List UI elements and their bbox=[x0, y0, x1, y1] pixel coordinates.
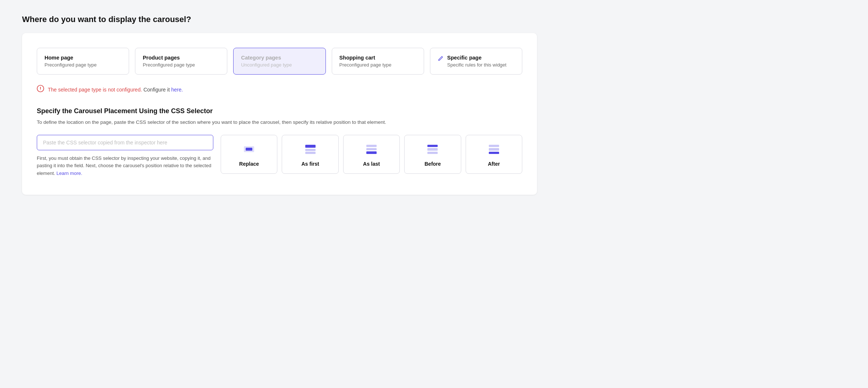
svg-point-1 bbox=[40, 90, 41, 90]
position-option-after[interactable]: After bbox=[466, 135, 522, 174]
as-last-icon bbox=[364, 143, 379, 156]
card: Home page Preconfigured page type Produc… bbox=[22, 33, 537, 195]
svg-rect-8 bbox=[366, 148, 377, 150]
svg-rect-12 bbox=[427, 152, 438, 154]
section-title: Specify the Carousel Placement Using the… bbox=[37, 107, 522, 115]
position-options: Replace As first bbox=[221, 135, 522, 174]
helper-text: First, you must obtain the CSS selector … bbox=[37, 155, 213, 177]
svg-rect-5 bbox=[305, 149, 316, 151]
page-type-name-product: Product pages bbox=[143, 55, 220, 61]
position-label-as-last: As last bbox=[363, 161, 380, 167]
css-selector-input[interactable] bbox=[37, 135, 213, 150]
page-type-grid: Home page Preconfigured page type Produc… bbox=[37, 48, 522, 75]
page-type-home[interactable]: Home page Preconfigured page type bbox=[37, 48, 129, 75]
learn-more-link[interactable]: Learn more. bbox=[56, 170, 82, 176]
replace-icon bbox=[242, 143, 256, 156]
svg-rect-11 bbox=[427, 148, 438, 151]
page-type-desc-specific: Specific rules for this widget bbox=[447, 62, 506, 68]
svg-rect-14 bbox=[489, 148, 499, 151]
after-icon bbox=[487, 143, 501, 156]
page-type-name-cart: Shopping cart bbox=[339, 55, 416, 61]
page-type-specific[interactable]: Specific page Specific rules for this wi… bbox=[430, 48, 522, 75]
svg-rect-10 bbox=[427, 145, 438, 147]
svg-rect-6 bbox=[305, 152, 316, 154]
page-type-name-home: Home page bbox=[45, 55, 121, 61]
pencil-icon bbox=[438, 55, 444, 63]
selector-left: First, you must obtain the CSS selector … bbox=[37, 135, 213, 177]
svg-rect-15 bbox=[489, 152, 499, 154]
position-label-replace: Replace bbox=[239, 161, 259, 167]
svg-rect-13 bbox=[489, 145, 499, 147]
page-type-desc-cart: Preconfigured page type bbox=[339, 62, 416, 68]
error-link[interactable]: here. bbox=[171, 87, 183, 93]
error-message: The selected page type is not configured… bbox=[37, 85, 522, 94]
page-type-name-specific: Specific page bbox=[447, 55, 506, 61]
page-type-desc-home: Preconfigured page type bbox=[45, 62, 121, 68]
error-suffix: Configure it bbox=[143, 87, 171, 93]
page-type-desc-product: Preconfigured page type bbox=[143, 62, 220, 68]
svg-rect-9 bbox=[366, 151, 377, 154]
page-type-desc-category: Unconfigured page type bbox=[241, 62, 318, 68]
position-label-before: Before bbox=[424, 161, 441, 167]
main-container: Where do you want to display the carouse… bbox=[22, 15, 537, 195]
section-desc: To define the location on the page, past… bbox=[37, 119, 522, 126]
position-option-replace[interactable]: Replace bbox=[221, 135, 277, 174]
page-type-product[interactable]: Product pages Preconfigured page type bbox=[135, 48, 227, 75]
svg-rect-4 bbox=[305, 145, 316, 148]
page-type-category[interactable]: Category pages Unconfigured page type bbox=[233, 48, 326, 75]
position-option-as-first[interactable]: As first bbox=[282, 135, 338, 174]
as-first-icon bbox=[303, 143, 318, 156]
page-type-cart[interactable]: Shopping cart Preconfigured page type bbox=[332, 48, 424, 75]
error-text: The selected page type is not configured… bbox=[48, 87, 142, 93]
position-label-after: After bbox=[488, 161, 500, 167]
selector-row: First, you must obtain the CSS selector … bbox=[37, 135, 522, 177]
svg-rect-7 bbox=[366, 145, 377, 147]
error-icon bbox=[37, 85, 44, 94]
position-label-as-first: As first bbox=[301, 161, 319, 167]
page-type-name-category: Category pages bbox=[241, 55, 318, 61]
css-selector-section: Specify the Carousel Placement Using the… bbox=[37, 107, 522, 177]
position-option-before[interactable]: Before bbox=[404, 135, 461, 174]
before-icon bbox=[425, 143, 440, 156]
svg-rect-3 bbox=[246, 148, 252, 151]
position-option-as-last[interactable]: As last bbox=[343, 135, 400, 174]
page-title: Where do you want to display the carouse… bbox=[22, 15, 537, 24]
